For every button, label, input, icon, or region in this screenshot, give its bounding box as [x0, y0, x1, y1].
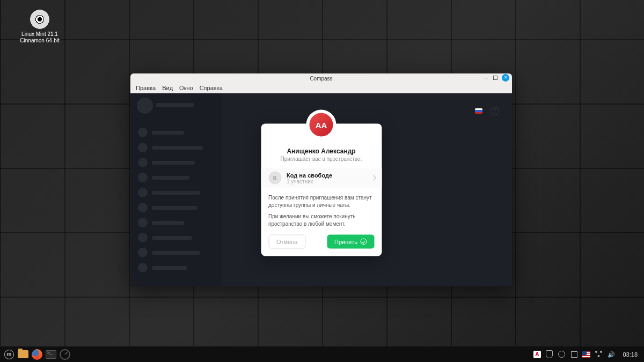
- tray-display-icon[interactable]: [570, 350, 578, 358]
- help-icon[interactable]: ?: [491, 107, 499, 115]
- tray-keyboard-layout[interactable]: [582, 350, 590, 358]
- circle-icon: [558, 351, 565, 358]
- space-name: Код на свободе: [287, 172, 332, 178]
- taskbar-files[interactable]: [17, 349, 29, 360]
- flag-us-icon: [582, 351, 590, 358]
- taskbar-terminal[interactable]: [45, 349, 57, 360]
- language-flag-ru[interactable]: [475, 108, 482, 114]
- inviter-subtitle: Приглашает вас в пространство:: [268, 156, 374, 162]
- network-icon: [595, 351, 602, 358]
- space-avatar: К: [268, 172, 281, 184]
- window-titlebar[interactable]: Compass: [130, 73, 512, 82]
- start-menu-button[interactable]: [3, 349, 15, 360]
- desktop-icon-label-2: Cinnamon 64-bit: [18, 38, 61, 44]
- tray-network-icon[interactable]: [595, 350, 603, 358]
- desktop-icon-label: Linux Mint 21.1: [18, 31, 61, 38]
- desktop-disc-icon[interactable]: Linux Mint 21.1 Cinnamon 64-bit: [18, 10, 61, 44]
- compass-window: Compass Правка Вид Окно Справка ?: [130, 73, 512, 286]
- window-title: Compass: [310, 76, 332, 82]
- workspace-name-placeholder: [156, 103, 194, 107]
- menu-window[interactable]: Окно: [179, 85, 193, 91]
- mint-logo-icon: [4, 350, 14, 359]
- invitation-desc-2: При желании вы сможете покинуть простран…: [268, 213, 374, 227]
- volume-icon: [608, 351, 615, 358]
- workspace-avatar-placeholder: [137, 98, 153, 114]
- menubar: Правка Вид Окно Справка: [130, 82, 512, 93]
- maximize-button[interactable]: [493, 76, 497, 80]
- taskbar-compass[interactable]: [59, 349, 71, 360]
- inviter-avatar: АА: [310, 113, 333, 137]
- accept-button-label: Принять: [334, 239, 357, 245]
- inviter-avatar-ring: АА: [306, 110, 336, 140]
- space-members: 1 участник: [287, 178, 332, 184]
- cancel-button[interactable]: Отмена: [268, 235, 305, 249]
- close-button[interactable]: [502, 74, 509, 82]
- space-row[interactable]: К Код на свободе 1 участник: [261, 168, 382, 188]
- folder-icon: [18, 350, 28, 358]
- shield-icon: [546, 350, 553, 358]
- tray-security-icon[interactable]: [558, 350, 566, 358]
- menu-help[interactable]: Справка: [200, 85, 223, 91]
- minimize-button[interactable]: [482, 75, 489, 81]
- taskbar: A 03:18: [0, 346, 644, 362]
- square-icon: [571, 351, 577, 358]
- invitation-desc-1: После принятия приглашения вам станут до…: [268, 194, 374, 209]
- tray-angular-icon[interactable]: A: [533, 350, 541, 358]
- menu-edit[interactable]: Правка: [136, 85, 156, 91]
- taskbar-firefox[interactable]: [31, 349, 43, 360]
- check-icon: [360, 239, 367, 245]
- terminal-icon: [46, 350, 56, 359]
- taskbar-clock[interactable]: 03:18: [619, 351, 641, 358]
- app-body: ? АА Анищенко Александр Приглашает вас в…: [130, 93, 512, 286]
- tray-updates-icon[interactable]: [545, 350, 553, 358]
- menu-view[interactable]: Вид: [162, 85, 173, 91]
- accept-button[interactable]: Принять: [327, 235, 374, 249]
- firefox-icon: [32, 349, 42, 360]
- sidebar: [130, 93, 222, 286]
- tray-volume-icon[interactable]: [607, 350, 615, 358]
- inviter-name: Анищенко Александр: [268, 147, 374, 155]
- disc-icon: [30, 10, 49, 29]
- invitation-modal: АА Анищенко Александр Приглашает вас в п…: [261, 124, 382, 256]
- compass-icon: [60, 349, 70, 360]
